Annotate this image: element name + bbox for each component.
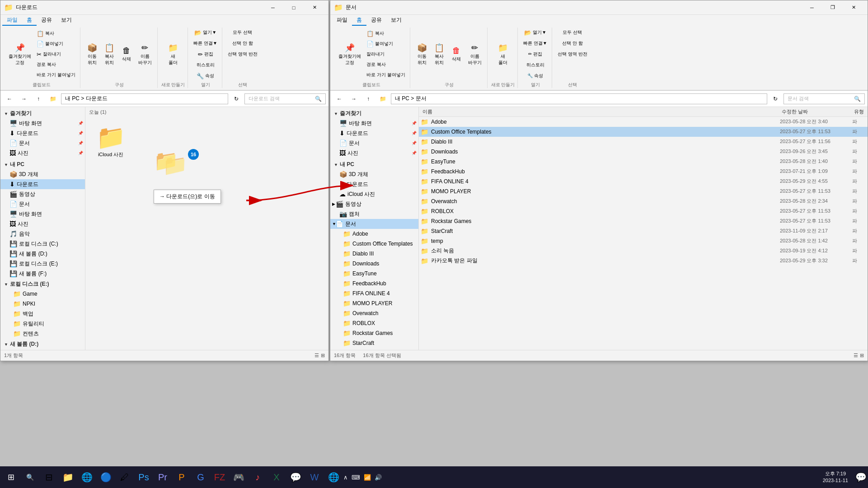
- taskbar-chrome[interactable]: 🌐: [324, 466, 343, 488]
- left-sidebar-util[interactable]: 📁 유틸리티: [0, 319, 85, 329]
- right-sidebar-rockstar[interactable]: 📁 Rockstar Games: [330, 328, 418, 338]
- right-list-row-7[interactable]: 📁 MOMO PLAYER 2023-05-27 오후 11:53 파: [419, 186, 868, 196]
- search-button[interactable]: 🔍: [22, 469, 38, 485]
- right-sidebar-easytune[interactable]: 📁 EasyTune: [330, 269, 418, 279]
- left-invert-btn[interactable]: 선택 영역 반전: [226, 49, 259, 59]
- right-sidebar-docs-qa[interactable]: 📄 문서 📌: [330, 138, 418, 148]
- left-close-btn[interactable]: ✕: [304, 0, 325, 15]
- right-list-row-1[interactable]: 📁 Custom Office Templates 2023-05-27 오후 …: [419, 127, 868, 137]
- right-view-grid-icon[interactable]: ⊞: [860, 353, 864, 358]
- right-sidebar-fifa[interactable]: 📁 FIFA ONLINE 4: [330, 288, 418, 298]
- right-tab-home[interactable]: 홈: [352, 15, 366, 26]
- right-edit-btn[interactable]: ✏ 편집: [526, 49, 544, 59]
- left-sidebar-locale-header[interactable]: ▼ 로컬 디스크 (E:): [0, 279, 85, 289]
- right-list-row-5[interactable]: 📁 FeedbackHub 2023-07-21 오후 1:09 파: [419, 167, 868, 177]
- right-new-folder-btn[interactable]: 📁 새폴더: [495, 42, 511, 66]
- right-sidebar-video[interactable]: ▶🎬 동영상: [330, 199, 418, 209]
- right-cut-btn[interactable]: 잘라내기: [365, 49, 407, 59]
- right-delete-btn[interactable]: 🗑 삭제: [448, 42, 464, 66]
- right-sidebar-icloud[interactable]: ☁ iCloud 사진: [330, 189, 418, 199]
- right-fastlink-btn[interactable]: 빠른 연결▼: [521, 38, 549, 48]
- right-sidebar-camera[interactable]: 📷 캠처: [330, 209, 418, 219]
- right-list-row-9[interactable]: 📁 ROBLOX 2023-05-27 오후 11:53 파: [419, 206, 868, 216]
- left-new-folder-btn[interactable]: 📁 새폴더: [165, 42, 181, 66]
- start-button[interactable]: ⊞: [0, 466, 22, 488]
- tray-network[interactable]: 📶: [363, 473, 372, 482]
- right-sidebar-momo[interactable]: 📁 MOMO PLAYER: [330, 298, 418, 308]
- taskbar-fz[interactable]: FZ: [211, 466, 229, 488]
- left-pin-btn[interactable]: 📌 즐겨찾기에고정: [6, 42, 34, 66]
- left-tab-share[interactable]: 공유: [37, 15, 56, 26]
- right-header-date[interactable]: 수정한 날짜: [780, 108, 852, 115]
- left-history-btn[interactable]: 히스토리: [195, 60, 216, 70]
- right-tab-view[interactable]: 보기: [386, 15, 406, 26]
- taskbar-chat[interactable]: 💬: [286, 466, 305, 488]
- right-sidebar-3d[interactable]: 📦 3D 개체: [330, 169, 418, 179]
- left-shortcut-btn[interactable]: 바로 가기 붙여넣기: [35, 70, 77, 80]
- left-sidebar-photos-qa[interactable]: 🖼 사진 📌: [0, 148, 85, 158]
- left-sidebar-npki[interactable]: 📁 NPKI: [0, 299, 85, 309]
- right-sidebar-downloads2[interactable]: ⬇ 다운로드: [330, 179, 418, 189]
- taskbar-g[interactable]: G: [192, 466, 210, 488]
- left-prop-btn[interactable]: 🔧 속성: [195, 71, 216, 81]
- right-sidebar-roblox[interactable]: 📁 ROBLOX: [330, 318, 418, 328]
- right-minimize-btn[interactable]: ─: [802, 0, 822, 15]
- left-view-grid-icon[interactable]: ⊞: [321, 353, 325, 358]
- left-sidebar-qa-header[interactable]: ▼ 즐겨찾기: [0, 109, 85, 118]
- taskbar-clock[interactable]: 오후 7:19 2023-11-11: [823, 470, 854, 484]
- right-sidebar-qa-header[interactable]: ▼ 즐겨찾기: [330, 109, 418, 118]
- left-copy-btn[interactable]: 📋 복사: [35, 28, 77, 38]
- right-search-box[interactable]: 문서 검색 🔍: [784, 93, 865, 104]
- right-sidebar-mypc-header[interactable]: ▼ 내 PC: [330, 160, 418, 169]
- right-list-row-10[interactable]: 📁 Rockstar Games 2023-05-27 오후 11:53 파: [419, 216, 868, 226]
- left-delete-btn[interactable]: 🗑 삭제: [118, 42, 135, 66]
- left-sidebar-f[interactable]: 💾 새 볼륨 (F:): [0, 269, 85, 279]
- left-view-list-icon[interactable]: ☰: [314, 353, 319, 358]
- right-list-row-14[interactable]: 📁 카카오톡 받은 파일 2023-05-29 오후 3:32 파: [419, 256, 868, 266]
- right-prop-btn[interactable]: 🔧 속성: [525, 71, 545, 81]
- left-sidebar-game[interactable]: 📁 Game: [0, 289, 85, 299]
- left-folder-icloud[interactable]: 📁 iCloud 사진: [93, 124, 129, 158]
- taskbar-wacom[interactable]: 🖊: [116, 466, 134, 488]
- right-sidebar-photos-qa[interactable]: 🖼 사진 📌: [330, 148, 418, 158]
- right-tab-share[interactable]: 공유: [366, 15, 386, 26]
- taskbar-blue[interactable]: 🔵: [97, 466, 115, 488]
- left-deselect-btn[interactable]: 선택 안 함: [230, 38, 255, 48]
- left-tab-file[interactable]: 파일: [2, 15, 22, 26]
- right-open-btn[interactable]: 📂 열기▼: [522, 28, 548, 37]
- left-fastlink-btn[interactable]: 빠른 연결▼: [192, 38, 219, 48]
- left-sidebar-e[interactable]: 💾 로컬 디스크 (E:): [0, 259, 85, 269]
- taskbar-edge[interactable]: 🌐: [78, 466, 96, 488]
- left-tab-home[interactable]: 홈: [22, 15, 37, 26]
- tray-keyboard[interactable]: ⌨: [351, 473, 361, 482]
- left-sidebar-backup[interactable]: 📁 백업: [0, 309, 85, 319]
- right-refresh-btn[interactable]: ↻: [769, 93, 782, 105]
- left-sidebar-downloads[interactable]: ⬇ 다운로드: [0, 179, 85, 189]
- right-list-row-2[interactable]: 📁 Diablo III 2023-05-27 오후 11:56 파: [419, 137, 868, 147]
- right-invert-btn[interactable]: 선택 영역 반전: [556, 49, 589, 59]
- taskbar-taskview[interactable]: ⊟: [40, 466, 58, 488]
- left-sidebar-3d[interactable]: 📦 3D 개체: [0, 169, 85, 179]
- right-copy2-btn[interactable]: 📋 복사위치: [431, 42, 447, 66]
- right-list-row-6[interactable]: 📁 FIFA ONLINE 4 2023-05-29 오전 4:55 파: [419, 177, 868, 186]
- left-tab-view[interactable]: 보기: [56, 15, 76, 26]
- left-move-btn[interactable]: 📦 이동위치: [84, 42, 100, 66]
- right-list-row-3[interactable]: 📁 Downloads 2023-09-26 오전 3:45 파: [419, 147, 868, 157]
- right-list-row-4[interactable]: 📁 EasyTune 2023-05-28 오전 1:40 파: [419, 157, 868, 167]
- taskbar-pr[interactable]: Pr: [154, 466, 172, 488]
- right-list-row-0[interactable]: 📁 Adobe 2023-05-28 오전 3:40 파: [419, 117, 868, 127]
- right-paste-btn[interactable]: 📄붙여넣기: [365, 39, 407, 49]
- right-back-btn[interactable]: ←: [333, 93, 346, 105]
- right-close-btn[interactable]: ✕: [843, 0, 864, 15]
- right-deselect-btn[interactable]: 선택 안 함: [560, 38, 585, 48]
- right-restore-btn[interactable]: ❐: [822, 0, 843, 15]
- left-sidebar-photos[interactable]: 🖼 사진: [0, 219, 85, 229]
- right-sidebar-adobe[interactable]: 📁 Adobe: [330, 229, 418, 239]
- left-sidebar-music[interactable]: 🎵 음악: [0, 229, 85, 239]
- left-sidebar-content[interactable]: 📁 컨텐츠: [0, 329, 85, 339]
- left-path-copy-btn[interactable]: 경로 복사: [35, 60, 77, 70]
- right-sidebar-docs-selected[interactable]: ▼📄 문서: [330, 219, 418, 229]
- left-minimize-btn[interactable]: ─: [263, 0, 283, 15]
- tray-up-arrow[interactable]: ∧: [343, 473, 349, 482]
- left-sidebar-docs-qa[interactable]: 📄 문서 📌: [0, 138, 85, 148]
